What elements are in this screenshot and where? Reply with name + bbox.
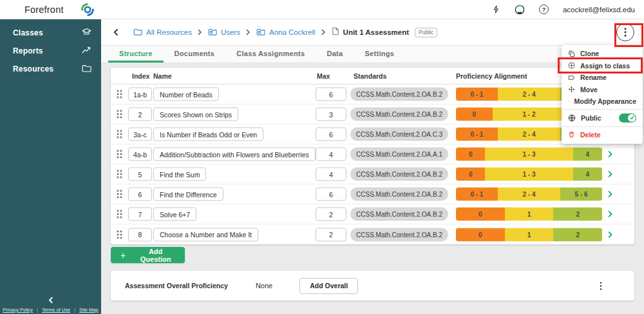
proficiency-segment[interactable]: 2 [553, 228, 602, 241]
drag-handle-icon[interactable] [117, 230, 122, 239]
index-field[interactable]: 3a-c [128, 128, 152, 141]
max-field[interactable]: 6 [316, 88, 346, 101]
sidebar-item-classes[interactable]: Classes [0, 25, 101, 41]
drag-handle-icon[interactable] [117, 150, 122, 159]
breadcrumb-current-assessment[interactable]: Unit 1 Assessment [332, 26, 409, 38]
menu-item-clone[interactable]: Clone [562, 48, 643, 60]
privacy-policy-link[interactable]: Privacy Policy [3, 307, 33, 313]
tab-class-assignments[interactable]: Class Assignments [225, 46, 316, 63]
menu-item-public[interactable]: Public [562, 111, 643, 125]
standard-pill[interactable]: CCSS.Math.Content.2.OA.B.2 [350, 228, 448, 241]
standard-pill[interactable]: CCSS.Math.Content.2.OA.B.2 [350, 208, 448, 221]
proficiency-segment[interactable]: 2 - 4 [498, 88, 560, 101]
proficiency-segment[interactable]: 0 [456, 228, 505, 241]
site-map-link[interactable]: Site Map [79, 307, 99, 313]
proficiency-segment[interactable]: 1 - 3 [485, 148, 573, 161]
name-field[interactable]: Addition/Subtraction with Flowers and Bl… [153, 148, 316, 161]
proficiency-segment[interactable]: 1 [505, 208, 554, 221]
drag-handle-icon[interactable] [117, 210, 122, 219]
proficiency-segment[interactable]: 0 [456, 108, 493, 121]
tab-structure[interactable]: Structure [108, 46, 164, 63]
drag-handle-icon[interactable] [117, 190, 122, 199]
menu-item-delete[interactable]: Delete [562, 128, 643, 141]
row-expand-chevron-icon[interactable] [608, 191, 613, 198]
max-field[interactable]: 4 [316, 168, 346, 181]
name-field[interactable]: Scores Shown on Strips [153, 108, 238, 121]
tab-documents[interactable]: Documents [164, 46, 226, 63]
questions-table: Index Name Max Standards Proficiency Ali… [111, 68, 634, 244]
sidebar-item-reports[interactable]: Reports [0, 43, 101, 59]
name-field[interactable]: Is Number if Beads Odd or Even [153, 128, 263, 141]
row-expand-chevron-icon[interactable] [608, 171, 613, 178]
proficiency-segment[interactable]: 0 [456, 208, 505, 221]
proficiency-segment[interactable]: 0 - 1 [456, 88, 498, 101]
drag-handle-icon[interactable] [117, 130, 122, 139]
breadcrumb-anna-cockrell[interactable]: Anna Cockrell [256, 26, 316, 38]
sidebar-collapse-chevron-icon[interactable] [0, 297, 101, 304]
max-field[interactable]: 6 [316, 128, 346, 141]
row-expand-chevron-icon[interactable] [608, 211, 613, 218]
name-field[interactable]: Find the Sum [153, 168, 206, 181]
index-field[interactable]: 1a-b [128, 88, 152, 101]
standard-pill[interactable]: CCSS.Math.Content.2.OA.B.2 [350, 88, 448, 101]
proficiency-segment[interactable]: 0 - 1 [456, 128, 498, 141]
row-expand-chevron-icon[interactable] [608, 151, 613, 158]
menu-item-modify-appearance[interactable]: Modify Appearance [562, 95, 643, 108]
drag-handle-icon[interactable] [117, 170, 122, 179]
max-field[interactable]: 6 [316, 188, 346, 201]
index-field[interactable]: 4a-b [128, 148, 152, 161]
proficiency-segment[interactable]: 0 [456, 168, 485, 181]
standard-pill[interactable]: CCSS.Math.Content.2.OA.C.3 [350, 128, 448, 141]
row-expand-chevron-icon[interactable] [608, 231, 613, 238]
index-field[interactable]: 8 [128, 228, 152, 241]
app-window: Forefront ? acockrell@feli [0, 0, 644, 314]
max-field[interactable]: 2 [316, 208, 346, 221]
add-question-button[interactable]: + Add Question [111, 247, 185, 263]
index-field[interactable]: 5 [128, 168, 152, 181]
flash-icon[interactable] [492, 5, 500, 14]
proficiency-segment[interactable]: 1 - 3 [485, 168, 573, 181]
menu-item-assign-to-class[interactable]: Assign to class [562, 60, 643, 72]
max-field[interactable]: 4 [316, 148, 346, 161]
proficiency-segment[interactable]: 2 - 4 [498, 188, 560, 201]
proficiency-segment[interactable]: 0 [456, 148, 485, 161]
index-field[interactable]: 6 [128, 188, 152, 201]
sidebar-item-resources[interactable]: Resources [0, 61, 101, 77]
name-field[interactable]: Find the Difference [153, 188, 223, 201]
name-field[interactable]: Choose a Number and Make It [153, 228, 258, 241]
tab-settings[interactable]: Settings [354, 46, 405, 63]
index-field[interactable]: 2 [128, 108, 152, 121]
proficiency-segment[interactable]: 5 - 6 [560, 188, 602, 201]
name-field[interactable]: Number of Beads [153, 88, 219, 101]
standard-pill[interactable]: CCSS.Math.Content.2.OA.A.1 [350, 148, 448, 161]
index-field[interactable]: 7 [128, 208, 152, 221]
public-toggle[interactable] [619, 113, 636, 123]
assessment-options-kebab-button[interactable] [616, 23, 634, 41]
standard-pill[interactable]: CCSS.Math.Content.2.OA.B.2 [350, 108, 448, 121]
menu-item-move[interactable]: Move [562, 84, 643, 96]
terms-of-use-link[interactable]: Terms of Use [42, 307, 70, 313]
proficiency-segment[interactable]: 4 [573, 168, 602, 181]
tab-data[interactable]: Data [316, 46, 354, 63]
proficiency-segment[interactable]: 1 [505, 228, 554, 241]
back-chevron-icon[interactable] [113, 28, 118, 36]
standard-pill[interactable]: CCSS.Math.Content.2.OA.B.2 [350, 168, 448, 181]
help-icon[interactable]: ? [539, 5, 549, 14]
overall-kebab-icon[interactable] [600, 282, 602, 290]
proficiency-segment[interactable]: 2 - 4 [498, 128, 560, 141]
avatar-swirl-icon[interactable] [515, 5, 525, 15]
drag-handle-icon[interactable] [117, 90, 122, 99]
drag-handle-icon[interactable] [117, 110, 122, 119]
max-field[interactable]: 3 [316, 108, 346, 121]
breadcrumb-all-resources[interactable]: All Resources [133, 26, 192, 38]
proficiency-segment[interactable]: 0 - 1 [456, 188, 498, 201]
standard-pill[interactable]: CCSS.Math.Content.2.OA.B.2 [350, 188, 448, 201]
name-field[interactable]: Solve 6+7 [153, 208, 196, 221]
breadcrumb-users[interactable]: Users [208, 26, 240, 38]
max-field[interactable]: 2 [316, 228, 346, 241]
add-overall-button[interactable]: Add Overall [299, 278, 358, 294]
proficiency-segment[interactable]: 4 [573, 148, 602, 161]
menu-item-rename[interactable]: Rename [562, 72, 643, 84]
proficiency-segment[interactable]: 1 - 2 [493, 108, 566, 121]
proficiency-segment[interactable]: 2 [553, 208, 602, 221]
